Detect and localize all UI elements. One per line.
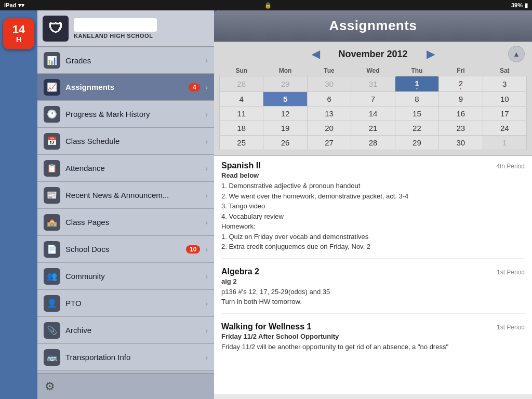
assignment-item-header: Spanish II4th Period bbox=[221, 161, 525, 170]
calendar-day[interactable]: 25 bbox=[220, 136, 263, 150]
calendar-up-button[interactable]: ▲ bbox=[508, 46, 525, 62]
calendar-day[interactable]: 31 bbox=[351, 76, 395, 92]
sidebar-item-label-grades: Grades bbox=[65, 56, 200, 65]
calendar-day[interactable]: 22 bbox=[395, 121, 438, 136]
attendance-chevron-icon: › bbox=[205, 164, 208, 172]
community-icon: 👥 bbox=[44, 268, 60, 285]
calendar-day[interactable]: 26 bbox=[263, 136, 307, 150]
attendance-icon: 📋 bbox=[44, 160, 60, 177]
calendar-day[interactable]: 15 bbox=[395, 107, 438, 121]
calendar-container: ◀ November 2012 ▶ ▲ SunMonTueWedThuFriSa… bbox=[214, 42, 532, 156]
calendar-day[interactable]: 8 bbox=[395, 92, 438, 107]
sidebar-item-schooldocs[interactable]: 📄School Docs10› bbox=[37, 236, 214, 263]
sidebar-item-news[interactable]: 📰Recent News & Announcem...› bbox=[37, 182, 214, 209]
calendar-day-header: Sun bbox=[220, 65, 263, 76]
assignments-chevron-icon: › bbox=[205, 83, 208, 91]
sidebar-item-assignments[interactable]: 📈Assignments4› bbox=[37, 74, 214, 101]
sidebar-item-label-classpages: Class Pages bbox=[65, 218, 200, 227]
calendar-day[interactable]: 4 bbox=[220, 92, 263, 107]
status-right: 39% ▮ bbox=[511, 2, 528, 9]
calendar-day[interactable]: 28 bbox=[220, 76, 263, 92]
assignment-item: Spanish II4th PeriodRead below1. Demonst… bbox=[221, 161, 525, 259]
main-content: Assignments ◀ November 2012 ▶ ▲ SunMonTu… bbox=[214, 10, 532, 399]
sidebar-item-archive[interactable]: 📎Archive› bbox=[37, 317, 214, 344]
sidebar-item-schedule[interactable]: 📅Class Schedule› bbox=[37, 128, 214, 155]
sidebar-item-grades[interactable]: 📊Grades› bbox=[37, 47, 214, 74]
calendar-day[interactable]: 13 bbox=[307, 107, 351, 121]
calendar-next-button[interactable]: ▶ bbox=[423, 47, 437, 61]
calendar-day[interactable]: 30 bbox=[439, 136, 483, 150]
calendar-day[interactable]: 7 bbox=[351, 92, 395, 107]
calendar-day[interactable]: 12 bbox=[263, 107, 307, 121]
community-chevron-icon: › bbox=[205, 272, 208, 281]
calendar-day[interactable]: 19 bbox=[263, 121, 307, 136]
sidebar-item-label-community: Community bbox=[65, 272, 200, 281]
calendar-day[interactable]: 14 bbox=[351, 107, 395, 121]
assignment-list: Spanish II4th PeriodRead below1. Demonst… bbox=[214, 156, 532, 394]
calendar-day[interactable]: 30 bbox=[307, 76, 351, 92]
pto-chevron-icon: › bbox=[205, 299, 208, 308]
assignments-title: Assignments bbox=[329, 18, 417, 34]
sidebar-item-progress[interactable]: 🕐Progress & Mark History› bbox=[37, 101, 214, 128]
calendar-day[interactable]: 27 bbox=[307, 136, 351, 150]
news-icon: 📰 bbox=[44, 187, 60, 204]
calendar-day[interactable]: 28 bbox=[351, 136, 395, 150]
status-lock-icon: 🔒 bbox=[264, 2, 272, 9]
grades-chevron-icon: › bbox=[205, 56, 208, 64]
gear-icon[interactable]: ⚙ bbox=[45, 380, 55, 393]
school-name-area: KANELAND HIGH SCHOOL bbox=[74, 18, 209, 39]
sidebar-item-classpages[interactable]: 🏫Class Pages› bbox=[37, 209, 214, 236]
assignment-item: Algebra 21st Periodaig 2p136 #'s 12, 17,… bbox=[221, 267, 525, 314]
sidebar-item-label-pto: PTO bbox=[65, 299, 200, 308]
sidebar-item-label-schedule: Class Schedule bbox=[65, 137, 200, 145]
notification-letter: H bbox=[16, 35, 21, 44]
battery-icon: ▮ bbox=[525, 2, 528, 9]
school-name-text: KANELAND HIGH SCHOOL bbox=[74, 33, 209, 39]
sidebar-item-label-progress: Progress & Mark History bbox=[65, 110, 200, 118]
sidebar-item-label-schooldocs: School Docs bbox=[65, 245, 181, 254]
assignment-line: 1. Quiz on Friday over vocab and demonst… bbox=[221, 232, 525, 242]
calendar-day[interactable]: 11 bbox=[220, 107, 263, 121]
school-name-bar bbox=[74, 18, 157, 32]
classpages-chevron-icon: › bbox=[205, 218, 208, 227]
calendar-day[interactable]: 23 bbox=[439, 121, 483, 136]
calendar-day[interactable]: 18 bbox=[220, 121, 263, 136]
sidebar-item-label-attendance: Attendance bbox=[65, 164, 200, 172]
calendar-day[interactable]: 17 bbox=[483, 107, 526, 121]
calendar-day[interactable]: 24 bbox=[483, 121, 526, 136]
assignment-subtitle: Friday 11/2 After School Opportunity bbox=[221, 332, 525, 340]
sidebar: 🛡 KANELAND HIGH SCHOOL 📊Grades›📈Assignme… bbox=[37, 10, 214, 399]
assignment-line: 3. Tango video bbox=[221, 201, 525, 211]
calendar-day[interactable]: 20 bbox=[307, 121, 351, 136]
calendar-day[interactable]: 5 bbox=[263, 92, 307, 107]
status-bar: iPad ▾▾ 🔒 39% ▮ bbox=[0, 0, 532, 10]
notification-badge[interactable]: 14 H bbox=[0, 10, 37, 57]
calendar-day-header: Mon bbox=[263, 65, 307, 76]
calendar-prev-button[interactable]: ◀ bbox=[309, 47, 323, 61]
sidebar-item-transport[interactable]: 🚌Transportation Info› bbox=[37, 344, 214, 371]
calendar-day-header: Thu bbox=[395, 65, 438, 76]
sidebar-item-community[interactable]: 👥Community› bbox=[37, 263, 214, 290]
calendar-day[interactable]: 10 bbox=[483, 92, 526, 107]
calendar-day[interactable]: 6 bbox=[307, 92, 351, 107]
calendar-day[interactable]: 1 bbox=[483, 136, 526, 150]
calendar-day-header: Tue bbox=[307, 65, 351, 76]
calendar-day-header: Sat bbox=[483, 65, 526, 76]
calendar-day-header: Wed bbox=[351, 65, 395, 76]
calendar-day[interactable]: 9 bbox=[439, 92, 483, 107]
calendar-day[interactable]: 29 bbox=[263, 76, 307, 92]
schooldocs-icon: 📄 bbox=[44, 241, 60, 258]
pto-icon: 👤 bbox=[44, 295, 60, 312]
assignments-badge: 4 bbox=[189, 83, 200, 91]
schedule-chevron-icon: › bbox=[205, 137, 208, 145]
sidebar-item-attendance[interactable]: 📋Attendance› bbox=[37, 155, 214, 182]
sidebar-item-pto[interactable]: 👤PTO› bbox=[37, 290, 214, 317]
calendar-day[interactable]: 2 bbox=[439, 76, 483, 92]
calendar-day[interactable]: 1 bbox=[395, 76, 438, 92]
assignment-subtitle: Read below bbox=[221, 171, 525, 179]
calendar-day[interactable]: 16 bbox=[439, 107, 483, 121]
calendar-day[interactable]: 21 bbox=[351, 121, 395, 136]
calendar-day[interactable]: 3 bbox=[483, 76, 526, 92]
sidebar-item-label-transport: Transportation Info bbox=[65, 353, 200, 362]
calendar-day[interactable]: 29 bbox=[395, 136, 438, 150]
